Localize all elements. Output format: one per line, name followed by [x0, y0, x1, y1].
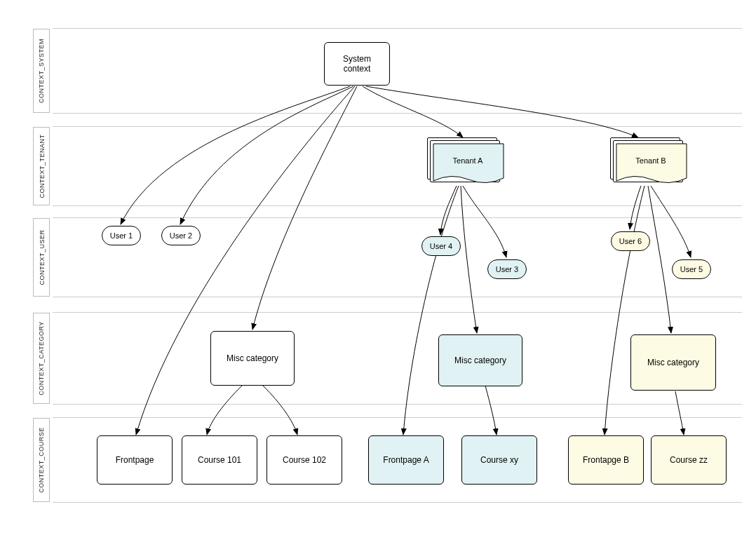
node-label: Tenant B	[635, 156, 666, 165]
node-label: Frontpage	[116, 455, 154, 465]
node-label: Frontpage A	[383, 455, 428, 465]
node-label: User 1	[110, 231, 133, 240]
node-label: User 5	[680, 265, 703, 273]
node-course-102: Course 102	[266, 435, 342, 485]
lane-label-tenant: CONTEXT_TENANT	[33, 127, 50, 205]
node-tenant-a-label: Tenant A	[433, 143, 503, 178]
node-label: Misc category	[227, 353, 278, 363]
node-label: Course xy	[480, 455, 518, 465]
lane-label-system: CONTEXT_SYSTEM	[33, 29, 50, 113]
node-misc-a: Misc category	[438, 334, 522, 386]
lane-label-category: CONTEXT_CATEGORY	[33, 313, 50, 404]
node-label: Course zz	[670, 455, 708, 465]
node-label: Course 101	[198, 455, 241, 465]
node-course-101: Course 101	[182, 435, 257, 485]
node-label: Course 102	[283, 455, 326, 465]
node-label: User 2	[170, 231, 192, 240]
node-label: User 6	[619, 237, 642, 245]
node-user-1: User 1	[102, 226, 141, 245]
node-label: User 3	[496, 265, 518, 273]
node-user-2: User 2	[161, 226, 201, 245]
node-label: User 4	[430, 242, 452, 250]
node-user-4: User 4	[421, 236, 461, 256]
node-frontpage-b: Frontapge B	[568, 435, 644, 485]
node-label: Frontapge B	[583, 455, 629, 465]
lane-label-course: CONTEXT_COURSE	[33, 418, 50, 502]
node-tenant-b-label: Tenant B	[616, 143, 686, 178]
node-misc-sys: Misc category	[210, 331, 295, 386]
lane-system: CONTEXT_SYSTEM	[53, 28, 742, 114]
node-label: Misc category	[454, 355, 506, 365]
node-misc-b: Misc category	[630, 334, 716, 391]
node-course-xy: Course xy	[461, 435, 537, 485]
node-frontpage: Frontpage	[97, 435, 173, 485]
lane-user: CONTEXT_USER	[53, 217, 742, 297]
node-user-5: User 5	[672, 259, 711, 279]
node-label: System context	[343, 54, 371, 74]
lane-label-user: CONTEXT_USER	[33, 218, 50, 297]
diagram-stage: CONTEXT_SYSTEM CONTEXT_TENANT CONTEXT_US…	[0, 0, 756, 535]
node-label: Misc category	[647, 358, 699, 367]
node-user-6: User 6	[611, 231, 650, 251]
node-course-zz: Course zz	[651, 435, 727, 485]
node-frontpage-a: Frontpage A	[368, 435, 444, 485]
node-user-3: User 3	[487, 259, 527, 279]
node-label: Tenant A	[453, 156, 483, 165]
node-system-context: System context	[324, 42, 390, 86]
